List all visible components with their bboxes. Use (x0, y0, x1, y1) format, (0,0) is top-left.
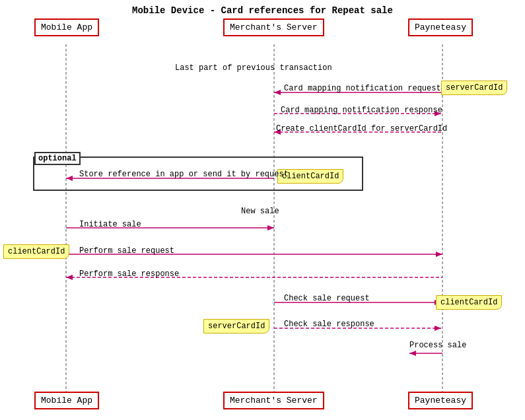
msg-store-ref: Store reference in app or send it by req… (79, 170, 289, 179)
msg-card-mapping-req: Card mapping notification request (284, 84, 441, 93)
note-clientCardId-left: clientCardId (3, 244, 69, 259)
actor-mobile-top: Mobile App (34, 18, 99, 36)
msg-initiate-sale: Initiate sale (79, 220, 141, 229)
diagram: Mobile Device - Card references for Repe… (0, 0, 525, 420)
svg-marker-20 (435, 326, 441, 331)
msg-create-clientcardid: Create clientCardId for serverCardId (276, 124, 447, 133)
msg-process-sale: Process sale (409, 341, 466, 350)
msg-perform-sale-resp: Perform sale response (79, 269, 179, 279)
svg-marker-22 (409, 351, 416, 356)
svg-marker-4 (274, 90, 281, 95)
diagram-title: Mobile Device - Card references for Repe… (0, 5, 525, 16)
section-label-newsale: New sale (241, 207, 279, 216)
note-serverCardId-top: serverCardId (441, 81, 507, 95)
note-clientCardId-right: clientCardId (436, 295, 502, 310)
optional-label: optional (34, 152, 81, 165)
svg-marker-16 (66, 275, 73, 280)
msg-check-sale-resp: Check sale response (284, 320, 374, 329)
actor-merchant-top: Merchant's Server (223, 18, 324, 36)
svg-marker-14 (436, 252, 442, 257)
svg-marker-12 (267, 225, 274, 230)
actor-merchant-bot: Merchant's Server (223, 392, 324, 409)
section-label-previous: Last part of previous transaction (175, 63, 332, 73)
msg-perform-sale-req: Perform sale request (79, 246, 174, 256)
msg-card-mapping-resp: Card mapping notification response (281, 106, 442, 115)
msg-check-sale-req: Check sale request (284, 294, 370, 303)
actor-pay-bot: Payneteasy (408, 392, 473, 409)
actor-mobile-bot: Mobile App (34, 392, 99, 409)
note-serverCardId-bot: serverCardId (203, 319, 269, 333)
actor-pay-top: Payneteasy (408, 18, 473, 36)
